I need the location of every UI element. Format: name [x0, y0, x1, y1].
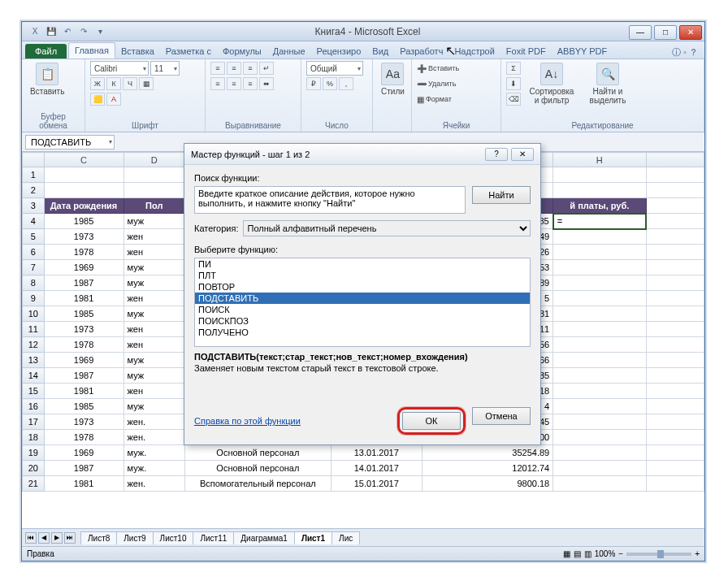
- cell[interactable]: [553, 476, 646, 492]
- cell[interactable]: 1978: [44, 245, 124, 260]
- align-right-button[interactable]: ≡: [243, 77, 258, 90]
- border-button[interactable]: ▦: [139, 77, 154, 90]
- col-header[interactable]: H: [553, 153, 646, 167]
- cell[interactable]: 1981: [44, 291, 124, 306]
- cell[interactable]: Основной персонал: [185, 445, 332, 461]
- tab-addins[interactable]: Надстрой: [448, 44, 500, 59]
- save-icon[interactable]: 💾: [45, 25, 58, 38]
- sheet-nav-prev[interactable]: ◀: [38, 532, 50, 544]
- tab-data[interactable]: Данные: [267, 44, 311, 59]
- cell[interactable]: 1987: [44, 461, 124, 476]
- cell[interactable]: =: [553, 214, 646, 229]
- font-name-combo[interactable]: Calibri: [90, 61, 149, 76]
- tab-developer[interactable]: Разработч: [394, 44, 448, 59]
- cell[interactable]: [553, 291, 646, 306]
- help-link[interactable]: Справка по этой функции: [194, 416, 301, 426]
- align-center-button[interactable]: ≡: [227, 77, 241, 90]
- cell[interactable]: жен.: [124, 476, 185, 492]
- styles-button[interactable]: AaСтили: [378, 61, 408, 98]
- col-header[interactable]: D: [124, 153, 185, 167]
- cell[interactable]: жен.: [124, 430, 185, 445]
- cell[interactable]: жен: [124, 229, 185, 245]
- cell[interactable]: муж: [124, 275, 185, 291]
- cell[interactable]: [553, 430, 646, 445]
- sheet-tab[interactable]: Лист9: [116, 531, 153, 544]
- qat-more-icon[interactable]: ▾: [93, 25, 106, 38]
- category-select[interactable]: Полный алфавитный перечень: [243, 220, 531, 236]
- row-header[interactable]: 18: [23, 430, 45, 445]
- cell[interactable]: 12012.74: [422, 461, 552, 476]
- font-color-button[interactable]: A: [106, 93, 121, 106]
- row-header[interactable]: 4: [23, 214, 45, 229]
- cell[interactable]: [553, 260, 646, 275]
- sheet-tab[interactable]: Диаграмма1: [233, 531, 295, 544]
- function-list-item[interactable]: ПОДСТАВИТЬ: [195, 293, 530, 304]
- cell[interactable]: муж: [124, 306, 185, 322]
- sheet-tab[interactable]: Лист10: [153, 531, 194, 544]
- underline-button[interactable]: Ч: [123, 77, 137, 90]
- function-list-item[interactable]: ПЛТ: [195, 270, 530, 281]
- zoom-out-button[interactable]: −: [618, 549, 623, 558]
- cell[interactable]: [553, 399, 646, 414]
- paste-button[interactable]: 📋Вставить: [27, 61, 67, 98]
- percent-button[interactable]: %: [323, 77, 337, 90]
- cell[interactable]: [553, 245, 646, 260]
- cell[interactable]: 1978: [44, 430, 124, 445]
- cell[interactable]: 1985: [44, 306, 124, 322]
- cell[interactable]: 35254.89: [422, 445, 552, 461]
- row-header[interactable]: 5: [23, 229, 45, 245]
- cell[interactable]: 1978: [44, 337, 124, 353]
- tab-abbyy[interactable]: ABBYY PDF: [552, 44, 613, 59]
- cell[interactable]: жен: [124, 291, 185, 306]
- bold-button[interactable]: Ж: [90, 77, 105, 90]
- row-header[interactable]: 2: [23, 183, 45, 198]
- cell[interactable]: муж: [124, 368, 185, 384]
- sheet-tab[interactable]: Лист1: [294, 531, 332, 544]
- cell[interactable]: 1969: [44, 445, 124, 461]
- sheet-tab[interactable]: Лист11: [193, 531, 234, 544]
- cell[interactable]: 1987: [44, 275, 124, 291]
- align-top-button[interactable]: ≡: [210, 62, 225, 75]
- maximize-button[interactable]: □: [654, 25, 677, 40]
- zoom-level[interactable]: 100%: [595, 549, 616, 558]
- undo-icon[interactable]: ↶: [61, 25, 74, 38]
- row-header[interactable]: 3: [23, 198, 45, 214]
- row-header[interactable]: 9: [23, 291, 45, 306]
- search-input[interactable]: Введите краткое описание действия, котор…: [194, 186, 466, 214]
- row-header[interactable]: 16: [23, 399, 45, 414]
- cell[interactable]: [553, 337, 646, 353]
- fill-button[interactable]: ⬇: [506, 77, 521, 90]
- wrap-button[interactable]: ↵: [259, 62, 274, 75]
- sheet-nav-last[interactable]: ⏭: [64, 532, 76, 544]
- cell[interactable]: 14.01.2017: [331, 461, 422, 476]
- cell[interactable]: [553, 322, 646, 337]
- tab-insert[interactable]: Вставка: [115, 44, 160, 59]
- cell[interactable]: муж: [124, 399, 185, 414]
- font-size-combo[interactable]: 11: [150, 61, 180, 76]
- row-header[interactable]: 21: [23, 476, 45, 492]
- autosum-button[interactable]: Σ: [506, 62, 521, 75]
- ribbon-help-icon[interactable]: ⓘ ◦ ？: [672, 46, 704, 59]
- cell[interactable]: [553, 275, 646, 291]
- function-list-item[interactable]: ПОВТОР: [195, 281, 530, 293]
- cell[interactable]: 1973: [44, 414, 124, 430]
- row-header[interactable]: 14: [23, 368, 45, 384]
- tab-view[interactable]: Вид: [366, 44, 394, 59]
- row-header[interactable]: 13: [23, 353, 45, 368]
- file-tab[interactable]: Файл: [25, 44, 67, 59]
- tab-foxit[interactable]: Foxit PDF: [500, 44, 552, 59]
- cell[interactable]: [553, 368, 646, 384]
- format-cells-button[interactable]: ▦ Формат: [417, 92, 459, 106]
- function-list[interactable]: ПИПЛТПОВТОРПОДСТАВИТЬПОИСКПОИСКПОЗПОЛУЧЕ…: [194, 258, 531, 347]
- cell[interactable]: Основной персонал: [185, 461, 332, 476]
- dialog-titlebar[interactable]: Мастер функций - шаг 1 из 2 ? ✕: [184, 144, 540, 165]
- redo-icon[interactable]: ↷: [77, 25, 90, 38]
- cell[interactable]: жен.: [124, 414, 185, 430]
- sheet-nav-first[interactable]: ⏮: [25, 532, 37, 544]
- cell[interactable]: 1985: [44, 214, 124, 229]
- cell[interactable]: 1981: [44, 476, 124, 492]
- cell[interactable]: [553, 414, 646, 430]
- row-header[interactable]: 7: [23, 260, 45, 275]
- cell[interactable]: муж: [124, 353, 185, 368]
- italic-button[interactable]: К: [106, 77, 121, 90]
